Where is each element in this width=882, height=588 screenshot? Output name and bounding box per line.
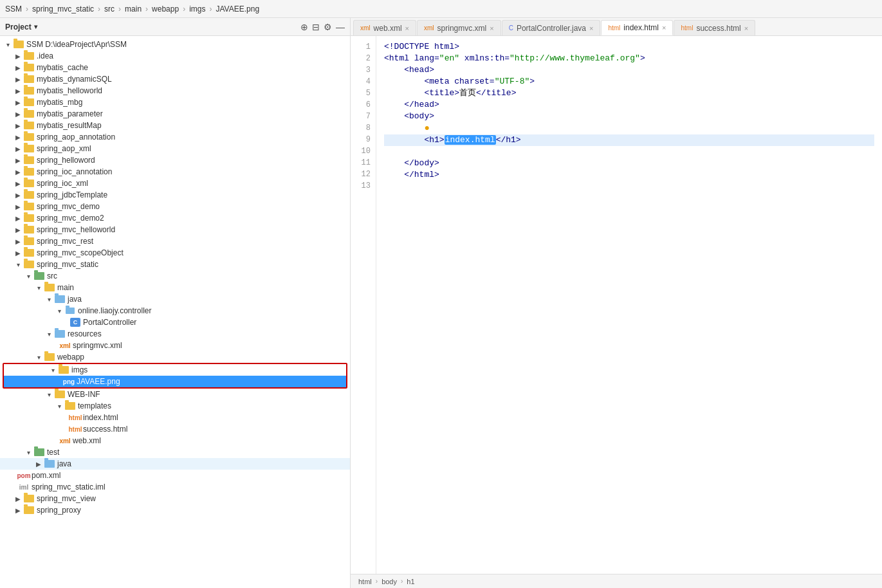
tree-item-success-html[interactable]: html success.html — [0, 423, 350, 435]
tree-item-spring-aop-xml[interactable]: ▶ spring_aop_xml — [0, 143, 350, 154]
tree-item-iml[interactable]: iml spring_mvc_static.iml — [0, 481, 350, 493]
code-content[interactable]: <!DOCTYPE html> <html lang="en" xmlns:th… — [376, 36, 882, 574]
token: </head> — [404, 100, 439, 109]
tree-item-test-java[interactable]: ▶ java — [0, 458, 350, 470]
tab-web-xml[interactable]: xml web.xml × — [353, 20, 416, 35]
success-html-tab-label: success.html — [696, 24, 740, 33]
tree-item-idea[interactable]: ▶ .idea — [0, 50, 350, 62]
web-xml-tab-label: web.xml — [374, 24, 402, 33]
tree-item-mybatis-dynamicsql[interactable]: ▶ mybatis_dynamicSQL — [0, 73, 350, 85]
tree-item-pom-xml[interactable]: pom pom.xml — [0, 470, 350, 481]
right-panel: xml web.xml × xml springmvc.xml × C Port… — [351, 18, 882, 588]
project-toolbar: Project ▾ ⊕ ⊟ ⚙ — — [0, 18, 350, 36]
breadcrumb-sep-1: › — [26, 5, 28, 14]
breadcrumb-sep-6: › — [209, 5, 212, 14]
tree-item-src[interactable]: ▾ src — [0, 270, 350, 282]
tree-item-spring-ioc-annotation[interactable]: ▶ spring_ioc_annotation — [0, 166, 350, 178]
editor-area[interactable]: 1 2 3 4 5 6 7 8 9 10 11 12 13 <!DOCTYPE … — [351, 36, 882, 574]
project-panel-title[interactable]: Project ▾ — [5, 23, 37, 32]
tree-item-portalcontroller[interactable]: C PortalController — [0, 317, 350, 328]
success-html-tab-close[interactable]: × — [744, 24, 748, 32]
tree-item-templates[interactable]: ▾ templates — [0, 400, 350, 412]
tab-portalcontroller[interactable]: C PortalController.java × — [502, 20, 601, 35]
index-html-tab-close[interactable]: × — [662, 24, 666, 32]
project-tree[interactable]: ▾ SSM D:\ideaProject\Apr\SSM ▶ .idea ▶ m… — [0, 36, 350, 588]
src-folder-icon — [33, 271, 45, 281]
line-num-12: 12 — [351, 169, 376, 180]
tree-item-mybatis-helloworld[interactable]: ▶ mybatis_helloworld — [0, 85, 350, 96]
folder-icon18 — [23, 505, 35, 515]
tree-root[interactable]: ▾ SSM D:\ideaProject\Apr\SSM — [0, 39, 350, 50]
tree-item-main[interactable]: ▾ main — [0, 282, 350, 293]
index-html-tab-label: index.html — [623, 23, 659, 32]
layout-icon[interactable]: ⊟ — [312, 22, 320, 32]
tree-item-javaee-png[interactable]: png JAVAEE.png — [4, 376, 346, 387]
tree-item-mybatis-mbg[interactable]: ▶ mybatis_mbg — [0, 96, 350, 108]
springmvc-xml-tab-close[interactable]: × — [490, 24, 493, 32]
tree-item-imgs[interactable]: ▾ imgs — [4, 364, 346, 376]
tree-item-springmvc-xml[interactable]: xml springmvc.xml — [0, 340, 350, 351]
tree-item-index-html[interactable]: html index.html — [0, 412, 350, 423]
tree-item-mybatis-cache[interactable]: ▶ mybatis_cache — [0, 62, 350, 73]
tree-item-spring-mvc-static[interactable]: ▾ spring_mvc_static — [0, 259, 350, 270]
mybatis-cache-arrow: ▶ — [13, 64, 23, 71]
minimize-icon[interactable]: — — [336, 22, 345, 32]
tree-item-spring-mvc-demo2[interactable]: ▶ spring_mvc_demo2 — [0, 212, 350, 224]
line-num-5: 5 — [351, 87, 376, 99]
tree-item-web-xml[interactable]: xml web.xml — [0, 435, 350, 446]
left-panel: Project ▾ ⊕ ⊟ ⚙ — ▾ SSM D:\ideaProject\A… — [0, 18, 351, 588]
tree-item-java[interactable]: ▾ java — [0, 293, 350, 305]
breadcrumb-imgs: imgs — [189, 5, 205, 14]
tree-item-webinf[interactable]: ▾ WEB-INF — [0, 389, 350, 400]
templates-folder-icon — [64, 401, 76, 411]
tree-item-spring-mvc-view[interactable]: ▶ spring_mvc_view — [0, 493, 350, 504]
tree-item-spring-proxy[interactable]: ▶ spring_proxy — [0, 504, 350, 516]
idea-folder-icon — [23, 51, 35, 61]
web-xml-tab-close[interactable]: × — [405, 24, 409, 32]
tree-item-spring-mvc-scopeobject[interactable]: ▶ spring_mvc_scopeObject — [0, 247, 350, 259]
code-line-3: <head> — [384, 64, 874, 76]
tree-item-spring-jdbctemplate[interactable]: ▶ spring_jdbcTemplate — [0, 189, 350, 201]
chevron-down-icon: ▾ — [34, 23, 37, 30]
folder-icon5 — [23, 120, 35, 131]
folder-icon2 — [23, 86, 35, 96]
code-line-12: </html> — [384, 169, 874, 181]
token: </title> — [476, 88, 516, 98]
target-icon[interactable]: ⊕ — [300, 22, 308, 32]
indent9 — [384, 135, 424, 145]
tree-item-package[interactable]: ▾ online.liaojy.controller — [0, 305, 350, 317]
line-num-6: 6 — [351, 99, 376, 111]
java-folder-icon — [54, 294, 66, 304]
status-body: body — [381, 578, 397, 585]
tab-springmvc-xml[interactable]: xml springmvc.xml × — [417, 20, 501, 35]
folder-icon13 — [23, 213, 35, 223]
web-xml-tab-icon: xml — [360, 24, 371, 32]
package-icon — [64, 306, 76, 316]
token: <html lang="en" xmlns:th="http://www.thy… — [384, 53, 645, 63]
tree-item-spring-mvc-helloworld[interactable]: ▶ spring_mvc_helloworld — [0, 224, 350, 235]
toolbar-icons: ⊕ ⊟ ⚙ — — [300, 22, 345, 32]
tree-item-spring-helloword[interactable]: ▶ spring_helloword — [0, 154, 350, 166]
idea-arrow: ▶ — [13, 53, 23, 60]
tab-index-html[interactable]: html index.html × — [601, 20, 673, 35]
tree-item-spring-mvc-demo[interactable]: ▶ spring_mvc_demo — [0, 201, 350, 212]
tree-item-webapp[interactable]: ▾ webapp — [0, 351, 350, 363]
tree-item-spring-ioc-xml[interactable]: ▶ spring_ioc_xml — [0, 178, 350, 189]
folder-icon17 — [23, 493, 35, 504]
line-num-8: 8 — [351, 122, 376, 134]
indent5 — [384, 88, 424, 98]
tab-success-html[interactable]: html success.html × — [674, 20, 755, 35]
token-h1-open: <h1> — [424, 135, 444, 145]
code-line-9: <h1>index.html</h1> — [384, 134, 874, 146]
tree-item-spring-mvc-rest[interactable]: ▶ spring_mvc_rest — [0, 235, 350, 247]
token: <meta charset="UTF-8"> — [424, 77, 535, 86]
tree-item-test[interactable]: ▾ test — [0, 446, 350, 458]
tree-item-spring-aop-annotation[interactable]: ▶ spring_aop_annotation — [0, 131, 350, 143]
tree-item-resources[interactable]: ▾ resources — [0, 328, 350, 340]
code-line-5: <title>首页</title> — [384, 87, 874, 99]
portalcontroller-tab-close[interactable]: × — [589, 24, 593, 32]
gear-icon[interactable]: ⚙ — [324, 22, 332, 32]
breadcrumb-sep-3: › — [118, 5, 121, 14]
tree-item-mybatis-resultmap[interactable]: ▶ mybatis_resultMap — [0, 120, 350, 131]
tree-item-mybatis-parameter[interactable]: ▶ mybatis_parameter — [0, 108, 350, 120]
